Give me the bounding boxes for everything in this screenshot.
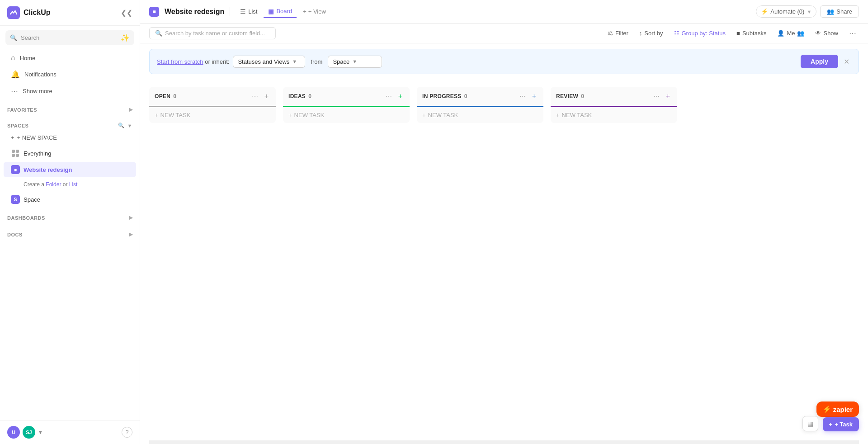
spaces-actions: 🔍 ▼ xyxy=(118,123,132,128)
new-task-button-ideas[interactable]: + NEW TASK xyxy=(283,107,410,123)
avatar-dropdown-icon[interactable]: ▼ xyxy=(38,430,43,435)
group-by-label: Group by: Status xyxy=(682,30,726,37)
collapse-sidebar-button[interactable]: ❮❮ xyxy=(121,9,132,17)
grid-app-button[interactable]: ▦ xyxy=(802,416,818,431)
col-menu-button-ideas[interactable]: ⋯ xyxy=(384,92,394,101)
col-add-button-open[interactable]: + xyxy=(263,91,270,101)
col-add-button-ideas[interactable]: + xyxy=(396,91,404,101)
col-add-button-in-progress[interactable]: + xyxy=(530,91,538,101)
sidebar-item-show-more[interactable]: ⋯ Show more xyxy=(4,83,136,99)
task-search-field[interactable]: 🔍 Search by task name or custom field... xyxy=(149,27,276,39)
board-view-icon: ▦ xyxy=(268,8,274,15)
share-button[interactable]: 👥 Share xyxy=(820,5,859,18)
logo-text: ClickUp xyxy=(24,9,51,17)
avatar-sj[interactable]: SJ xyxy=(23,426,35,439)
toolbar-right: ⚖ Filter ↕ Sort by ☷ Group by: Status ■ … xyxy=(605,27,859,39)
docs-chevron-icon: ▶ xyxy=(129,231,133,237)
zapier-label: zapier xyxy=(833,406,853,413)
subtasks-button[interactable]: ■ Subtasks xyxy=(734,28,769,38)
logo-area[interactable]: ClickUp xyxy=(7,6,51,19)
website-redesign-label: Website redesign xyxy=(24,166,72,173)
new-task-label-open: NEW TASK xyxy=(160,112,191,118)
column-in-progress: IN PROGRESS 0 ⋯ + + NEW TASK xyxy=(417,87,543,123)
zapier-button[interactable]: ⚡ zapier xyxy=(816,401,859,417)
new-task-button-in-progress[interactable]: + NEW TASK xyxy=(417,107,543,123)
new-task-button-review[interactable]: + NEW TASK xyxy=(551,107,677,123)
sidebar-item-notifications[interactable]: 🔔 Notifications xyxy=(4,66,136,82)
apply-button[interactable]: Apply xyxy=(801,55,838,68)
toolbar-more-button[interactable]: ⋯ xyxy=(846,27,859,39)
from-text: from xyxy=(311,58,322,65)
clickup-logo-icon xyxy=(7,6,20,19)
help-button[interactable]: ? xyxy=(122,427,132,438)
docs-section[interactable]: DOCS ▶ xyxy=(0,228,140,241)
me-group-icon: 👥 xyxy=(797,30,804,37)
dashboards-section[interactable]: DASHBOARDS ▶ xyxy=(0,211,140,224)
search-spaces-icon[interactable]: 🔍 xyxy=(118,123,125,128)
close-banner-button[interactable]: ✕ xyxy=(842,57,851,67)
view-tabs: ☰ List ▦ Board + + View xyxy=(236,5,330,18)
start-from-scratch-link[interactable]: Start from scratch xyxy=(157,58,203,65)
sidebar-item-everything[interactable]: Everything xyxy=(4,146,136,161)
subtasks-icon: ■ xyxy=(736,30,740,37)
search-field-icon: 🔍 xyxy=(155,30,162,37)
dashboards-chevron-icon: ▶ xyxy=(129,215,133,221)
create-text: Create a Folder or List xyxy=(24,181,77,188)
col-menu-button-in-progress[interactable]: ⋯ xyxy=(518,92,528,101)
statuses-views-chevron-icon: ▼ xyxy=(292,59,297,64)
sidebar-item-space[interactable]: S Space xyxy=(4,192,136,207)
col-title-open: OPEN xyxy=(155,93,170,99)
space-select[interactable]: Space ▼ xyxy=(328,56,382,68)
add-view-plus-icon: + xyxy=(303,8,307,15)
folder-link[interactable]: Folder xyxy=(46,181,61,188)
col-menu-button-review[interactable]: ⋯ xyxy=(651,92,661,101)
new-task-label-review: NEW TASK xyxy=(562,112,592,118)
tab-board[interactable]: ▦ Board xyxy=(264,5,297,18)
dashboards-label: DASHBOARDS xyxy=(7,215,45,221)
group-by-button[interactable]: ☷ Group by: Status xyxy=(671,28,729,38)
sidebar-item-home[interactable]: ⌂ Home xyxy=(4,50,136,66)
automate-button[interactable]: ⚡ Automate (0) ▼ xyxy=(756,5,816,18)
tab-list[interactable]: ☰ List xyxy=(236,6,262,18)
show-button[interactable]: 👁 Show xyxy=(812,28,841,38)
list-link[interactable]: List xyxy=(69,181,78,188)
search-field-placeholder: Search by task name or custom field... xyxy=(165,30,265,37)
add-view-button[interactable]: + + View xyxy=(298,6,330,17)
sidebar-item-website-redesign[interactable]: ■ Website redesign xyxy=(4,162,136,177)
new-task-label-in-progress: NEW TASK xyxy=(428,112,458,118)
column-review: REVIEW 0 ⋯ + + NEW TASK xyxy=(551,87,677,123)
home-label: Home xyxy=(20,55,36,61)
favorites-label: FAVORITES xyxy=(7,107,37,113)
me-button[interactable]: 👤 Me 👥 xyxy=(774,28,807,38)
top-bar-divider xyxy=(230,7,230,16)
top-bar-right: ⚡ Automate (0) ▼ 👥 Share xyxy=(756,5,859,18)
new-task-plus-ideas: + xyxy=(288,112,292,118)
show-more-label: Show more xyxy=(23,88,52,94)
board-tab-label: Board xyxy=(276,8,292,14)
space-select-label: Space xyxy=(333,58,349,65)
new-task-button-open[interactable]: + NEW TASK xyxy=(149,107,276,123)
list-tab-label: List xyxy=(248,8,257,15)
avatar-u[interactable]: U xyxy=(7,426,20,439)
add-task-button[interactable]: + + Task xyxy=(823,417,859,431)
ai-sparkle-button[interactable]: ✨ xyxy=(121,33,130,42)
ellipsis-icon: ⋯ xyxy=(11,87,18,95)
favorites-section[interactable]: FAVORITES ▶ xyxy=(0,103,140,116)
col-add-button-review[interactable]: + xyxy=(664,91,672,101)
horizontal-scrollbar[interactable] xyxy=(149,440,859,444)
col-menu-button-open[interactable]: ⋯ xyxy=(250,92,260,101)
statuses-views-select[interactable]: Statuses and Views ▼ xyxy=(233,56,305,68)
filter-icon: ⚖ xyxy=(608,30,613,37)
sort-by-button[interactable]: ↕ Sort by xyxy=(637,28,666,38)
expand-spaces-icon[interactable]: ▼ xyxy=(127,123,132,128)
space-icon: S xyxy=(11,195,20,204)
notifications-label: Notifications xyxy=(24,71,57,78)
sidebar-header: ClickUp ❮❮ xyxy=(0,0,140,26)
search-bar[interactable]: 🔍 Search ✨ xyxy=(5,30,134,45)
sidebar: ClickUp ❮❮ 🔍 Search ✨ ⌂ Home 🔔 Notificat… xyxy=(0,0,140,444)
filter-button[interactable]: ⚖ Filter xyxy=(605,28,631,38)
automate-icon: ⚡ xyxy=(761,8,768,15)
filter-label: Filter xyxy=(615,30,628,37)
new-space-button[interactable]: + + NEW SPACE xyxy=(4,131,136,144)
board-area: OPEN 0 ⋯ + + NEW TASK IDEAS 0 ⋯ + + NEW … xyxy=(140,80,868,440)
